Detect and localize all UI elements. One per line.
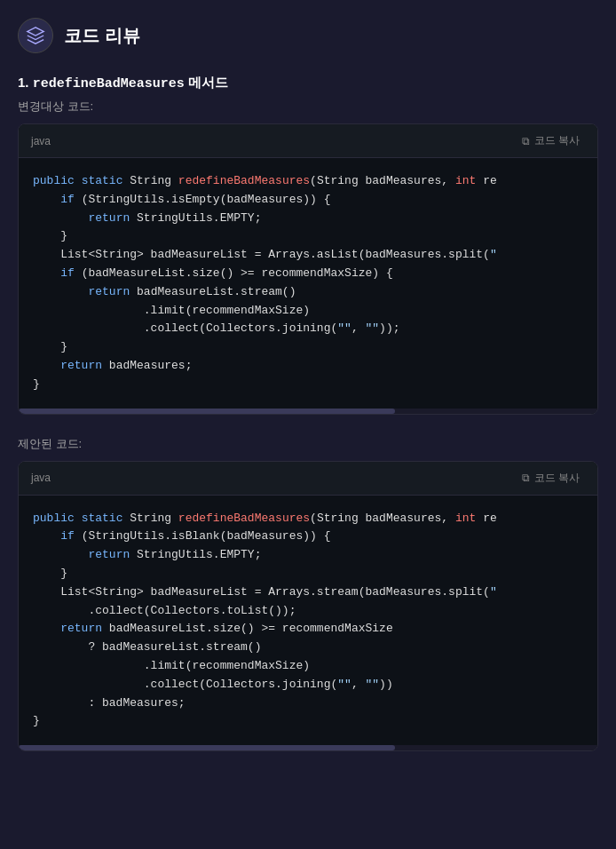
copy-label-original: 코드 복사	[534, 133, 580, 148]
code-lang-original: java	[31, 135, 51, 147]
code-content-original: public static String redefineBadMeasures…	[19, 158, 597, 409]
scrollbar-proposed[interactable]	[19, 745, 597, 750]
copy-button-proposed[interactable]: ⧉ 코드 복사	[517, 469, 585, 488]
section-original: 1. redefineBadMeasures 메서드 변경대상 코드: java…	[18, 75, 598, 415]
scrollbar-thumb-proposed	[19, 745, 395, 750]
section1-title: 1. redefineBadMeasures 메서드	[18, 75, 598, 91]
code-block-proposed: java ⧉ 코드 복사 public static String redefi…	[18, 461, 598, 752]
section1-subtitle: 변경대상 코드:	[18, 99, 598, 115]
page-header: 코드 리뷰	[18, 18, 598, 53]
code-header-original: java ⧉ 코드 복사	[19, 124, 597, 158]
code-content-proposed: public static String redefineBadMeasures…	[19, 496, 597, 746]
copy-icon-original: ⧉	[522, 135, 530, 147]
code-block-original: java ⧉ 코드 복사 public static String redefi…	[18, 123, 598, 415]
copy-icon-proposed: ⧉	[522, 472, 530, 484]
code-lang-proposed: java	[31, 472, 51, 484]
page-title: 코드 리뷰	[64, 24, 140, 48]
copy-button-original[interactable]: ⧉ 코드 복사	[517, 131, 585, 150]
copy-label-proposed: 코드 복사	[534, 471, 580, 486]
method-name-original: redefineBadMeasures	[33, 76, 185, 91]
code-header-proposed: java ⧉ 코드 복사	[19, 462, 597, 496]
scrollbar-original[interactable]	[19, 409, 597, 414]
logo-icon	[18, 18, 53, 53]
scrollbar-thumb-original	[19, 409, 395, 414]
section2-subtitle: 제안된 코드:	[18, 436, 598, 452]
section-proposed: 제안된 코드: java ⧉ 코드 복사 public static Strin…	[18, 436, 598, 752]
